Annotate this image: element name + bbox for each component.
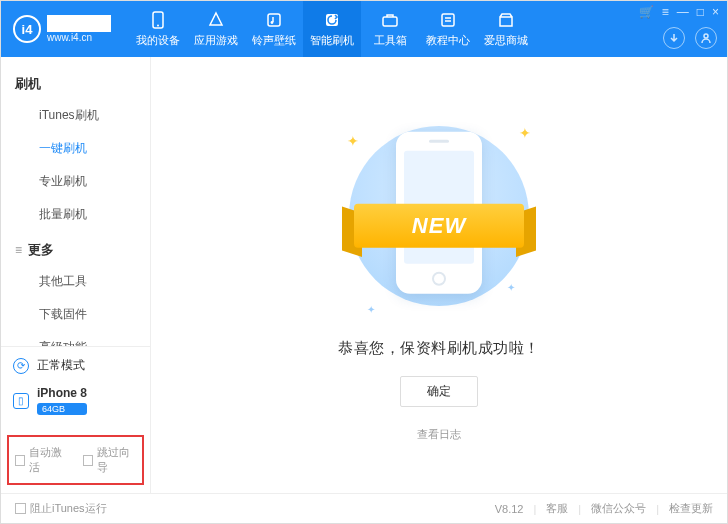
section-title: 刷机: [15, 75, 41, 93]
svg-rect-2: [268, 14, 280, 26]
device-capacity: 64GB: [37, 403, 87, 415]
app-domain: www.i4.cn: [47, 32, 111, 44]
check-update-link[interactable]: 检查更新: [669, 501, 713, 516]
block-itunes-checkbox[interactable]: 阻止iTunes运行: [15, 501, 107, 516]
svg-point-1: [157, 24, 159, 26]
sparkle-icon: ✦: [519, 125, 531, 141]
mode-label: 正常模式: [37, 357, 85, 374]
nav-store[interactable]: 爱思商城: [477, 1, 535, 57]
music-icon: [265, 11, 283, 29]
minimize-button[interactable]: —: [677, 5, 689, 19]
sparkle-icon: ✦: [507, 282, 515, 293]
separator: |: [533, 503, 536, 515]
store-icon: [497, 11, 515, 29]
skip-guide-checkbox[interactable]: 跳过向导: [83, 445, 137, 475]
sidebar-footer: ⟳ 正常模式 ▯ iPhone 8 64GB: [1, 346, 150, 425]
nav-ringtones[interactable]: 铃声壁纸: [245, 1, 303, 57]
checkbox-icon: [83, 455, 93, 466]
toolbox-icon: [381, 11, 399, 29]
device-name: iPhone 8: [37, 386, 87, 400]
device-icon: ▯: [13, 393, 29, 409]
checkbox-icon: [15, 503, 26, 514]
title-actions: [663, 27, 717, 49]
nav-label: 我的设备: [136, 33, 180, 48]
sparkle-icon: ✦: [367, 304, 375, 315]
nav-flash[interactable]: 智能刷机: [303, 1, 361, 57]
svg-rect-6: [442, 14, 454, 26]
version-label: V8.12: [495, 503, 524, 515]
refresh-icon: ⟳: [13, 358, 29, 374]
user-button[interactable]: [695, 27, 717, 49]
nav-label: 铃声壁纸: [252, 33, 296, 48]
device-info[interactable]: ▯ iPhone 8 64GB: [9, 386, 142, 415]
checkbox-label: 自动激活: [29, 445, 68, 475]
maximize-button[interactable]: □: [697, 5, 704, 19]
sidebar-item-pro-flash[interactable]: 专业刷机: [1, 165, 150, 198]
close-button[interactable]: ×: [712, 5, 719, 19]
nav-apps[interactable]: 应用游戏: [187, 1, 245, 57]
sidebar-item-download-firmware[interactable]: 下载固件: [1, 298, 150, 331]
svg-point-3: [271, 21, 274, 24]
sidebar-item-other-tools[interactable]: 其他工具: [1, 265, 150, 298]
sidebar-item-advanced[interactable]: 高级功能: [1, 331, 150, 346]
top-nav: 我的设备 应用游戏 铃声壁纸 智能刷机 工具箱 教程中心: [129, 1, 535, 57]
flash-icon: [323, 11, 341, 29]
nav-tutorials[interactable]: 教程中心: [419, 1, 477, 57]
flash-options-highlight: 自动激活 跳过向导: [7, 435, 144, 485]
checkbox-label: 跳过向导: [97, 445, 136, 475]
device-mode[interactable]: ⟳ 正常模式: [9, 357, 142, 374]
svg-point-7: [704, 34, 708, 38]
section-title: 更多: [28, 241, 54, 259]
nav-toolbox[interactable]: 工具箱: [361, 1, 419, 57]
auto-activate-checkbox[interactable]: 自动激活: [15, 445, 69, 475]
support-link[interactable]: 客服: [546, 501, 568, 516]
menu-icon[interactable]: ≡: [662, 5, 669, 19]
main-panel: ✦ ✦ ✦ ✦ NEW 恭喜您，保资料刷机成功啦！ 确定 查看日志: [151, 57, 727, 493]
nav-label: 智能刷机: [310, 33, 354, 48]
wechat-link[interactable]: 微信公众号: [591, 501, 646, 516]
nav-label: 应用游戏: [194, 33, 238, 48]
sidebar-item-itunes-flash[interactable]: iTunes刷机: [1, 99, 150, 132]
sidebar-section-more: ≡ 更多: [1, 231, 150, 265]
cart-icon[interactable]: 🛒: [639, 5, 654, 19]
download-button[interactable]: [663, 27, 685, 49]
app-logo: i4 爱思助手 www.i4.cn: [1, 15, 123, 44]
nav-my-device[interactable]: 我的设备: [129, 1, 187, 57]
phone-icon: [149, 11, 167, 29]
more-icon: ≡: [15, 243, 22, 257]
success-illustration: ✦ ✦ ✦ ✦ NEW: [339, 111, 539, 321]
status-bar: 阻止iTunes运行 V8.12 | 客服 | 微信公众号 | 检查更新: [1, 493, 727, 523]
sparkle-icon: ✦: [347, 133, 359, 149]
ok-button[interactable]: 确定: [400, 376, 478, 407]
title-bar: i4 爱思助手 www.i4.cn 我的设备 应用游戏 铃声壁纸 智能刷机: [1, 1, 727, 57]
window-controls: 🛒 ≡ — □ ×: [639, 5, 719, 19]
checkbox-label: 阻止iTunes运行: [30, 501, 107, 516]
nav-label: 爱思商城: [484, 33, 528, 48]
apps-icon: [207, 11, 225, 29]
book-icon: [439, 11, 457, 29]
sidebar-item-oneclick-flash[interactable]: 一键刷机: [1, 132, 150, 165]
sidebar-section-flash: ▭ 刷机: [1, 65, 150, 99]
checkbox-icon: [15, 455, 25, 466]
app-name: 爱思助手: [47, 15, 111, 32]
logo-badge: i4: [13, 15, 41, 43]
svg-rect-5: [383, 17, 397, 26]
separator: |: [656, 503, 659, 515]
separator: |: [578, 503, 581, 515]
success-message: 恭喜您，保资料刷机成功啦！: [338, 339, 540, 358]
sidebar: ▭ 刷机 iTunes刷机 一键刷机 专业刷机 批量刷机 ≡ 更多 其他工具 下…: [1, 57, 151, 493]
nav-label: 教程中心: [426, 33, 470, 48]
sidebar-item-batch-flash[interactable]: 批量刷机: [1, 198, 150, 231]
view-log-link[interactable]: 查看日志: [417, 427, 461, 442]
new-ribbon: NEW: [354, 203, 524, 247]
nav-label: 工具箱: [374, 33, 407, 48]
